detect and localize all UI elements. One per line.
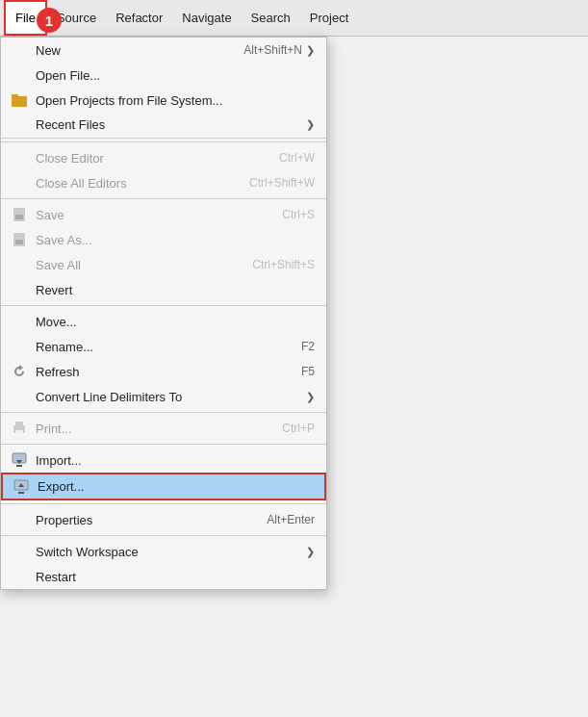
folder-icon	[9, 90, 30, 111]
menubar-project[interactable]: Project	[300, 0, 358, 36]
badge-1: 1	[37, 8, 62, 33]
separator-1	[1, 141, 326, 142]
print-icon	[9, 418, 30, 439]
menu-item-print[interactable]: Print... Ctrl+P	[1, 416, 326, 441]
menu-item-close-editor[interactable]: Close Editor Ctrl+W	[1, 145, 326, 170]
save-icon	[9, 204, 30, 225]
menu-item-refresh-label: Refresh	[36, 365, 282, 379]
separator-3	[1, 305, 326, 306]
menubar-project-label: Project	[310, 11, 348, 25]
menubar-search-label: Search	[251, 11, 291, 25]
svg-rect-6	[15, 233, 21, 238]
menu-item-open-projects-label: Open Projects from File System...	[36, 93, 315, 108]
menu-item-move[interactable]: Move...	[1, 309, 326, 334]
svg-rect-4	[15, 215, 23, 219]
menu-item-save-all-label: Save All	[36, 258, 233, 272]
menu-item-close-all-editors-label: Close All Editors	[36, 176, 230, 191]
menu-item-recent-files-label: Recent Files	[36, 117, 302, 132]
menubar-navigate-label: Navigate	[182, 11, 231, 25]
separator-4	[1, 412, 326, 413]
svg-rect-7	[15, 240, 23, 244]
menu-item-convert-line[interactable]: Convert Line Delimiters To ❯	[1, 384, 326, 409]
menu-item-refresh-shortcut: F5	[301, 365, 315, 378]
menu-item-open-file-label: Open File...	[36, 68, 315, 83]
file-dropdown: New Alt+Shift+N ❯ Open File... Open Proj…	[0, 37, 327, 590]
menu-item-move-label: Move...	[36, 315, 315, 329]
svg-rect-3	[15, 208, 21, 213]
menu-item-convert-line-arrow: ❯	[306, 391, 315, 403]
menu-item-new[interactable]: New Alt+Shift+N ❯	[1, 38, 326, 63]
menu-item-refresh[interactable]: Refresh F5	[1, 359, 326, 384]
menubar-file[interactable]: File 1	[4, 0, 47, 36]
menu-item-save-shortcut: Ctrl+S	[282, 208, 315, 221]
menubar-refactor-label: Refactor	[115, 11, 163, 25]
menu-item-new-arrow: ❯	[306, 44, 315, 57]
svg-rect-1	[12, 94, 18, 97]
menu-item-revert-label: Revert	[36, 283, 315, 297]
menu-item-switch-workspace[interactable]: Switch Workspace ❯	[1, 539, 326, 564]
menu-item-close-editor-shortcut: Ctrl+W	[279, 151, 315, 165]
menu-item-import-label: Import...	[36, 453, 315, 468]
menu-item-restart[interactable]: Restart	[1, 564, 326, 589]
menu-item-save-label: Save	[36, 208, 263, 222]
menu-item-properties-label: Properties	[36, 513, 247, 527]
svg-rect-16	[18, 492, 24, 494]
menu-item-save-as-label: Save As...	[36, 233, 315, 247]
menu-item-recent-files[interactable]: Recent Files ❯	[1, 113, 326, 139]
refresh-icon	[9, 361, 30, 382]
menu-item-close-all-editors[interactable]: Close All Editors Ctrl+Shift+W	[1, 170, 326, 195]
menubar-file-label: File	[15, 11, 36, 25]
menu-item-revert[interactable]: Revert	[1, 277, 326, 302]
menu-item-save[interactable]: Save Ctrl+S	[1, 202, 326, 227]
menu-item-properties-shortcut: Alt+Enter	[267, 513, 315, 526]
menu-item-switch-workspace-arrow: ❯	[306, 546, 315, 558]
menu-item-new-label: New	[36, 43, 224, 58]
menu-item-rename-shortcut: F2	[301, 340, 315, 353]
menu-item-close-all-editors-shortcut: Ctrl+Shift+W	[249, 176, 315, 190]
menu-item-save-as[interactable]: Save As...	[1, 227, 326, 252]
menu-item-save-all-shortcut: Ctrl+Shift+S	[252, 258, 315, 271]
menu-item-rename-label: Rename...	[36, 340, 282, 354]
menu-item-print-shortcut: Ctrl+P	[282, 422, 315, 435]
menubar-search[interactable]: Search	[242, 0, 300, 36]
svg-rect-0	[12, 96, 27, 107]
menu-item-save-all[interactable]: Save All Ctrl+Shift+S	[1, 252, 326, 277]
menu-item-properties[interactable]: Properties Alt+Enter	[1, 507, 326, 532]
menu-item-convert-line-label: Convert Line Delimiters To	[36, 390, 302, 404]
menubar-source-label: Source	[57, 11, 96, 25]
menu-item-close-editor-label: Close Editor	[36, 151, 260, 166]
menu-item-recent-files-arrow: ❯	[306, 118, 315, 131]
separator-7	[1, 535, 326, 536]
svg-rect-10	[15, 430, 23, 433]
import-icon	[9, 449, 30, 471]
menu-item-restart-label: Restart	[36, 570, 315, 584]
separator-6	[1, 503, 326, 504]
svg-rect-9	[15, 422, 23, 426]
menu-item-switch-workspace-label: Switch Workspace	[36, 545, 302, 559]
menu-item-export-label: Export...	[38, 479, 313, 494]
menu-item-print-label: Print...	[36, 422, 263, 436]
menubar-navigate[interactable]: Navigate	[172, 0, 241, 36]
menu-item-rename[interactable]: Rename... F2	[1, 334, 326, 359]
save-as-icon	[9, 229, 30, 250]
menu-item-new-shortcut: Alt+Shift+N	[243, 43, 302, 57]
menu-item-open-projects[interactable]: Open Projects from File System...	[1, 88, 326, 113]
svg-rect-13	[16, 465, 22, 467]
menubar-refactor[interactable]: Refactor	[106, 0, 172, 36]
menubar: File 1 Source Refactor Navigate Search P…	[0, 0, 588, 37]
export-icon	[11, 476, 32, 498]
separator-2	[1, 198, 326, 199]
menu-item-import[interactable]: Import...	[1, 448, 326, 473]
menu-item-export[interactable]: Export... 2	[1, 473, 326, 500]
menu-item-open-file[interactable]: Open File...	[1, 63, 326, 88]
separator-5	[1, 444, 326, 445]
